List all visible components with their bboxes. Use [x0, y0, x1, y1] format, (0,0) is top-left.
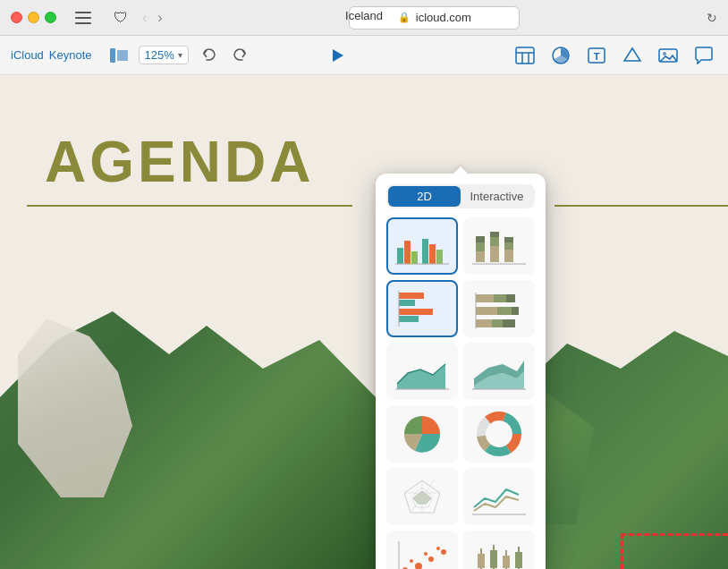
insert-shape-button[interactable] — [619, 42, 646, 69]
zoom-control[interactable]: 125% ▾ — [139, 46, 189, 64]
svg-rect-28 — [504, 250, 513, 262]
svg-rect-30 — [504, 237, 513, 242]
chart-item-stacked-area[interactable] — [463, 343, 535, 400]
svg-point-64 — [424, 552, 427, 556]
svg-rect-22 — [476, 251, 485, 262]
insert-comment-button[interactable] — [690, 42, 717, 69]
svg-rect-40 — [476, 307, 497, 315]
agenda-line-left — [27, 205, 352, 207]
chart-grid — [386, 217, 535, 569]
insert-text-button[interactable]: T — [583, 42, 610, 69]
svg-rect-42 — [512, 307, 519, 315]
doc-name[interactable]: Keynote — [49, 48, 92, 62]
svg-rect-37 — [476, 294, 494, 302]
close-button[interactable] — [11, 12, 22, 23]
svg-rect-18 — [422, 239, 428, 264]
svg-rect-34 — [399, 309, 433, 315]
svg-rect-44 — [492, 319, 503, 327]
keynote-toolbar: iCloud Keynote 125% ▾ — [0, 36, 728, 75]
svg-point-67 — [441, 549, 446, 555]
svg-point-63 — [415, 563, 422, 569]
svg-rect-19 — [429, 244, 436, 264]
chart-item-grouped-hbar[interactable] — [386, 280, 458, 337]
svg-point-14 — [663, 52, 666, 55]
chart-item-stacked-hbar[interactable] — [463, 280, 535, 337]
svg-text:T: T — [594, 51, 600, 62]
chart-item-stacked-bar[interactable] — [463, 217, 535, 275]
lock-icon: 🔒 — [398, 12, 411, 23]
chart-item-radar[interactable] — [386, 468, 458, 525]
svg-rect-0 — [75, 12, 91, 13]
minimize-button[interactable] — [28, 12, 39, 23]
svg-rect-79 — [515, 552, 522, 568]
insert-chart-button[interactable] — [547, 42, 574, 69]
insert-toolbar: T — [512, 42, 717, 69]
chart-item-donut[interactable] — [463, 405, 535, 463]
chart-item-line[interactable] — [463, 468, 535, 525]
shield-icon: 🛡 — [114, 10, 128, 26]
svg-rect-24 — [476, 236, 485, 242]
svg-rect-73 — [490, 550, 497, 568]
svg-rect-45 — [503, 319, 515, 327]
svg-rect-26 — [490, 237, 499, 246]
svg-rect-1 — [75, 17, 91, 19]
browser-chrome: 🛡 ‹ › 🔒 icloud.com ↻ — [0, 0, 728, 36]
chart-item-grouped-bar[interactable] — [386, 217, 458, 275]
svg-rect-32 — [399, 293, 424, 299]
traffic-lights — [11, 12, 56, 23]
svg-rect-38 — [494, 294, 506, 302]
play-button[interactable] — [325, 43, 350, 68]
svg-rect-43 — [476, 319, 492, 327]
insert-media-button[interactable] — [655, 42, 681, 69]
svg-point-62 — [410, 559, 413, 563]
tab-2d[interactable]: 2D — [388, 186, 461, 207]
dashed-border — [621, 533, 728, 569]
svg-rect-70 — [478, 554, 485, 568]
svg-rect-39 — [506, 294, 515, 302]
svg-rect-16 — [404, 241, 411, 264]
slide-area: AGENDA 2D Interactive — [0, 75, 728, 569]
zoom-value: 125% — [145, 48, 174, 62]
svg-rect-23 — [476, 242, 485, 251]
insert-table-button[interactable] — [512, 42, 538, 69]
svg-rect-4 — [117, 50, 128, 61]
svg-rect-33 — [399, 300, 415, 306]
chart-item-scatter[interactable] — [386, 531, 458, 569]
chart-item-candlestick[interactable] — [463, 531, 535, 569]
chart-type-tabs: 2D Interactive — [386, 184, 535, 208]
svg-rect-27 — [490, 232, 499, 237]
slides-panel-button[interactable] — [106, 43, 131, 68]
reload-button[interactable]: ↻ — [707, 11, 717, 25]
url-text: icloud.com — [416, 11, 471, 24]
nav-arrows: ‹ › — [139, 9, 166, 27]
svg-rect-3 — [110, 48, 115, 63]
chart-item-area[interactable] — [386, 343, 458, 400]
svg-point-65 — [428, 556, 434, 562]
svg-rect-29 — [504, 242, 513, 250]
svg-rect-20 — [436, 250, 443, 264]
back-button[interactable]: ‹ — [139, 9, 150, 27]
svg-marker-5 — [333, 49, 343, 62]
slide-title: AGENDA — [45, 129, 314, 195]
chart-picker-popup: 2D Interactive — [376, 174, 546, 569]
redo-button[interactable] — [228, 43, 253, 68]
app-name[interactable]: iCloud — [11, 48, 44, 62]
undo-button[interactable] — [196, 43, 221, 68]
svg-rect-6 — [516, 47, 534, 64]
fullscreen-button[interactable] — [45, 12, 56, 23]
svg-rect-41 — [497, 307, 512, 315]
zoom-chevron: ▾ — [178, 50, 182, 60]
svg-rect-2 — [75, 22, 91, 24]
svg-rect-25 — [490, 246, 499, 262]
svg-rect-35 — [399, 316, 419, 322]
sidebar-toggle-button[interactable] — [71, 5, 96, 30]
tab-interactive[interactable]: Interactive — [461, 186, 533, 207]
svg-rect-17 — [411, 251, 418, 264]
svg-point-66 — [436, 547, 440, 550]
svg-rect-76 — [503, 556, 510, 568]
forward-button[interactable]: › — [154, 9, 165, 27]
address-bar[interactable]: 🔒 icloud.com — [349, 6, 520, 30]
chart-item-pie[interactable] — [386, 405, 458, 463]
svg-rect-15 — [397, 248, 403, 264]
agenda-line-right — [554, 205, 728, 207]
